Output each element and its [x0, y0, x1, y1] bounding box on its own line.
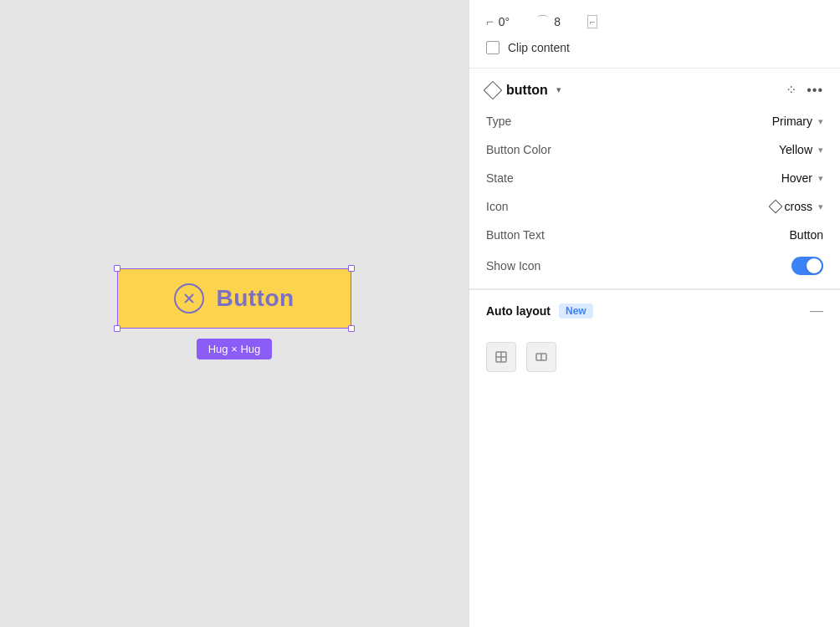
prop-row-color: Button Color Yellow ▾ [486, 143, 823, 156]
prop-state-text: Hover [781, 171, 812, 185]
prop-label-color: Button Color [486, 143, 551, 156]
prop-state-chevron: ▾ [818, 173, 823, 184]
radius-icon: ⌒ [536, 13, 549, 29]
autolayout-new-badge: New [559, 303, 593, 319]
prop-icon-chevron: ▾ [818, 201, 823, 212]
prop-type-chevron: ▾ [818, 116, 823, 127]
prop-value-icon[interactable]: cross ▾ [771, 200, 823, 213]
prop-icon-text: cross [785, 200, 812, 213]
rotation-icon: ⌐ [486, 14, 494, 28]
autolayout-title-group: Auto layout New [486, 303, 593, 319]
four-dots-icon[interactable]: ⁘ [786, 82, 796, 98]
component-diamond-icon [484, 80, 503, 99]
prop-value-color[interactable]: Yellow ▾ [779, 143, 823, 156]
handle-top-left[interactable] [114, 265, 120, 272]
prop-label-state: State [486, 171, 514, 185]
corner-icon: ⌐ [587, 15, 597, 28]
prop-row-button-text: Button Text Button [486, 228, 823, 242]
handle-bottom-left[interactable] [114, 325, 120, 332]
more-options-icon[interactable]: ••• [807, 83, 823, 98]
preview-button[interactable]: Button [117, 268, 351, 329]
component-name-chevron[interactable]: ▾ [556, 84, 561, 95]
handle-bottom-right[interactable] [348, 325, 355, 332]
rotation-value: 0° [499, 15, 510, 28]
prop-value-state[interactable]: Hover ▾ [781, 171, 823, 185]
autolayout-title: Auto layout [486, 304, 551, 318]
prop-button-text-value: Button [790, 228, 823, 242]
autolayout-section: Auto layout New — [469, 289, 840, 332]
radius-field[interactable]: ⌒ 8 [536, 13, 561, 29]
preview-button-icon [174, 283, 204, 314]
layout-btn-1[interactable] [486, 342, 516, 372]
hug-label: Hug × Hug [197, 339, 273, 359]
prop-color-text: Yellow [779, 143, 812, 156]
autolayout-collapse-button[interactable]: — [810, 303, 823, 319]
layout-btn-2[interactable] [526, 342, 556, 372]
canvas: Button Hug × Hug [0, 0, 469, 627]
show-icon-toggle[interactable] [791, 257, 823, 275]
autolayout-header: Auto layout New — [486, 303, 823, 319]
prop-label-button-text: Button Text [486, 228, 545, 242]
button-preview-wrapper[interactable]: Button [117, 268, 351, 329]
right-panel: ⌐ 0° ⌒ 8 ⌐ Clip content button ▾ ⁘ [469, 0, 840, 627]
component-name: button [506, 83, 548, 98]
prop-value-type[interactable]: Primary ▾ [772, 115, 823, 128]
corner-field[interactable]: ⌐ [587, 15, 597, 28]
canvas-content: Button Hug × Hug [117, 268, 351, 359]
prop-color-chevron: ▾ [818, 145, 823, 155]
clip-content-label: Clip content [508, 41, 570, 54]
prop-row-state: State Hover ▾ [486, 171, 823, 185]
component-header: button ▾ ⁘ ••• [486, 82, 823, 98]
top-section: ⌐ 0° ⌒ 8 ⌐ Clip content [469, 0, 840, 69]
prop-row-type: Type Primary ▾ [486, 115, 823, 128]
prop-label-show-icon: Show Icon [486, 259, 540, 273]
clip-content-checkbox[interactable] [486, 41, 499, 54]
prop-label-type: Type [486, 115, 511, 128]
prop-label-icon: Icon [486, 200, 508, 213]
prop-row-show-icon: Show Icon [486, 257, 823, 275]
rotation-field[interactable]: ⌐ 0° [486, 14, 510, 28]
top-fields-row: ⌐ 0° ⌒ 8 ⌐ [486, 13, 823, 29]
bottom-controls [469, 332, 840, 382]
radius-value: 8 [554, 15, 561, 28]
prop-row-icon: Icon cross ▾ [486, 200, 823, 213]
component-title-group: button ▾ [486, 83, 561, 98]
prop-value-button-text[interactable]: Button [790, 228, 823, 242]
component-section: button ▾ ⁘ ••• Type Primary ▾ Button Col… [469, 69, 840, 289]
icon-diamond-small [768, 200, 782, 214]
preview-button-text: Button [216, 285, 294, 312]
clip-content-row[interactable]: Clip content [486, 41, 823, 54]
handle-top-right[interactable] [348, 265, 355, 272]
toggle-knob [807, 258, 822, 273]
component-actions: ⁘ ••• [786, 82, 823, 98]
prop-type-text: Primary [772, 115, 812, 128]
